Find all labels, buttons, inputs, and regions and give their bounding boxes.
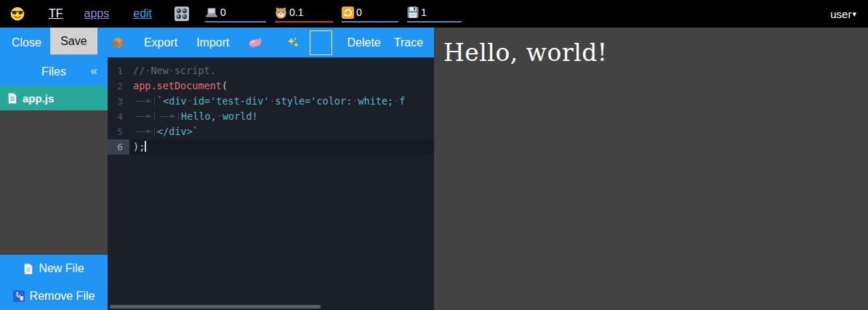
- remove-file-icon: [13, 290, 25, 302]
- control-knobs-icon[interactable]: [174, 6, 190, 22]
- code-editor[interactable]: 1//·New·script.2app.setDocument(3`<div·i…: [108, 57, 434, 310]
- package-icon[interactable]: [111, 36, 124, 49]
- close-button[interactable]: Close: [12, 36, 41, 49]
- refresh-stat-field[interactable]: 0: [342, 5, 398, 23]
- code-token: script.: [174, 65, 216, 76]
- file-item-appjs[interactable]: app.js: [0, 86, 108, 110]
- code-token: ·: [217, 110, 222, 122]
- cpu-stat-field[interactable]: 0: [205, 5, 266, 23]
- files-header-title: Files: [41, 65, 66, 78]
- code-text: );: [129, 139, 434, 155]
- hamster-icon: [275, 7, 287, 19]
- top-bar: TF apps edit: [0, 0, 868, 28]
- file-page-icon: [7, 92, 17, 105]
- floppy-icon: [407, 7, 419, 18]
- tab-marker: [133, 124, 157, 138]
- export-button[interactable]: Export: [144, 36, 177, 49]
- code-lines: 1//·New·script.2app.setDocument(3`<div·i…: [108, 57, 434, 155]
- remove-file-button[interactable]: Remove File: [0, 282, 108, 310]
- code-text: `<div·id='test-div'·style='color:·white;…: [129, 94, 434, 109]
- delete-button[interactable]: Delete: [347, 36, 381, 49]
- chevron-down-icon: ▾: [852, 9, 856, 19]
- code-text: </div>`: [129, 124, 434, 139]
- code-token: ·: [187, 95, 193, 107]
- text-cursor: [145, 141, 146, 152]
- code-line[interactable]: 4Hello,·world!: [108, 109, 434, 124]
- line-number: 4: [108, 109, 129, 124]
- hamster-stat-value: 0.1: [289, 7, 303, 18]
- tab-marker: [157, 109, 181, 123]
- new-file-label: New File: [39, 262, 84, 275]
- code-token: //: [133, 65, 145, 76]
- line-number: 3: [108, 94, 129, 109]
- collapse-sidebar-button[interactable]: «: [91, 64, 97, 78]
- code-line[interactable]: 2app.setDocument(: [108, 78, 434, 94]
- file-name: app.js: [23, 92, 54, 105]
- code-token: app.setDocument: [133, 80, 222, 91]
- files-sidebar: Files « app.js: [0, 57, 108, 310]
- code-token: </div>`: [157, 126, 198, 137]
- code-line[interactable]: 3`<div·id='test-div'·style='color:·white…: [108, 94, 434, 109]
- user-menu[interactable]: user▾: [830, 8, 856, 20]
- toolbar-input[interactable]: [310, 30, 332, 55]
- preview-pane: Hello, world!: [434, 28, 868, 310]
- code-token: New: [150, 65, 168, 76]
- new-file-button[interactable]: New File: [0, 255, 108, 282]
- code-token: );: [133, 141, 145, 152]
- floppy-stat-field[interactable]: 1: [407, 5, 462, 23]
- code-token: id='test-div': [193, 95, 270, 107]
- remove-file-label: Remove File: [30, 290, 95, 303]
- code-token: ·: [269, 95, 275, 107]
- code-token: Hello,: [181, 110, 217, 122]
- tab-marker: [133, 109, 157, 123]
- code-token: (: [222, 80, 228, 91]
- line-number: 1: [108, 63, 129, 78]
- import-button[interactable]: Import: [196, 36, 229, 49]
- code-text: app.setDocument(: [129, 78, 434, 94]
- soap-icon[interactable]: [248, 36, 262, 49]
- hamster-stat-field[interactable]: 0.1: [275, 5, 333, 23]
- file-actions: New File Remove File: [0, 255, 108, 310]
- files-header: Files «: [0, 57, 108, 86]
- sunglasses-face-icon[interactable]: [10, 7, 25, 21]
- code-token: `<div: [157, 95, 187, 107]
- nav-link-edit[interactable]: edit: [133, 7, 152, 20]
- code-line[interactable]: 6);: [108, 139, 434, 155]
- code-token: world!: [222, 110, 258, 122]
- laptop-icon: [205, 7, 218, 18]
- code-token: white;: [358, 95, 393, 107]
- editor-toolbar: Close Save Export Import: [0, 28, 434, 57]
- sparkles-icon[interactable]: [286, 36, 300, 49]
- code-line[interactable]: 1//·New·script.: [108, 63, 434, 78]
- refresh-icon: [342, 7, 354, 19]
- horizontal-scrollbar[interactable]: [110, 305, 321, 309]
- line-number: 5: [108, 124, 129, 139]
- trace-button[interactable]: Trace: [394, 36, 423, 49]
- line-number: 6: [108, 139, 129, 155]
- tab-marker: [133, 94, 157, 107]
- status-fields: 0 0.1: [205, 5, 462, 23]
- code-text: //·New·script.: [129, 63, 434, 78]
- nav-link-apps[interactable]: apps: [84, 7, 110, 20]
- code-token: style='color:: [276, 95, 353, 107]
- code-token: f: [399, 95, 405, 107]
- user-menu-label: user: [830, 8, 851, 20]
- line-number: 2: [108, 78, 129, 94]
- new-file-icon: [23, 263, 33, 275]
- refresh-stat-value: 0: [356, 7, 362, 18]
- nav-link-tf[interactable]: TF: [49, 7, 63, 20]
- code-token: ·: [169, 65, 174, 76]
- cpu-stat-value: 0: [220, 7, 226, 18]
- code-text: Hello,·world!: [129, 109, 434, 124]
- preview-heading: Hello, world!: [443, 38, 868, 67]
- code-line[interactable]: 5</div>`: [108, 124, 434, 139]
- save-button[interactable]: Save: [50, 28, 97, 54]
- floppy-stat-value: 1: [421, 7, 427, 18]
- app-window: TF apps edit: [0, 0, 868, 310]
